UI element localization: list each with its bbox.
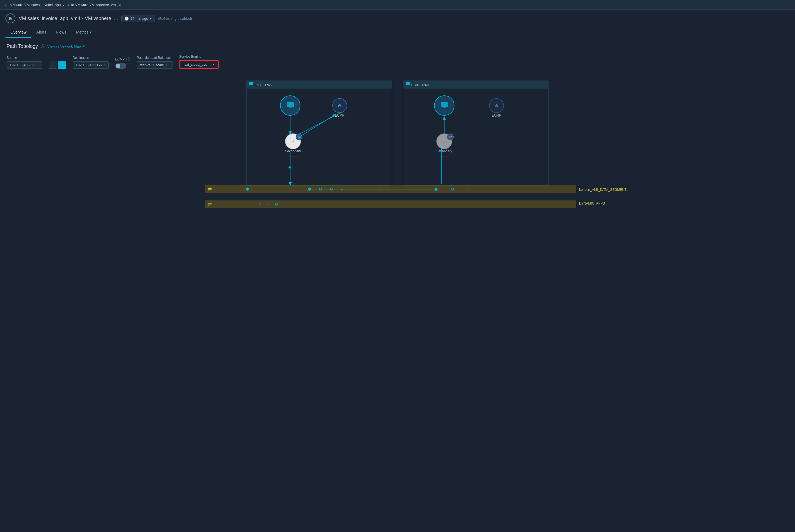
svg-text:ECMP: ECMP [492,114,501,117]
source-label: Source [6,56,42,60]
nav-tabs: Overview Alerts Flows Metrics ▾ [5,27,790,38]
destination-dropdown[interactable]: 192.168.100.177 ▾ [73,61,109,69]
service-engine-box: nsxt_cloud_ove… ▾ [179,60,219,69]
svg-text:London_ALB_DATA_SEGMENT: London_ALB_DATA_SEGMENT [579,188,627,192]
ecmp-toggle[interactable] [115,63,126,69]
svg-line-60 [298,113,340,134]
direction-buttons: ← → [49,61,66,69]
svg-text:→: → [340,187,344,192]
svg-line-61 [301,115,334,136]
svg-text:⇌: ⇌ [208,186,212,192]
header: 🖥 VM sales_invoice_app_vm4 - VM vsphere_… [0,10,795,38]
svg-text:ESXi_TN-2: ESXi_TN-2 [255,83,272,87]
svg-text:⇄: ⇄ [443,139,446,144]
tab-metrics[interactable]: Metrics ▾ [71,27,96,38]
vm-icon: 🖥 [5,14,15,23]
svg-text:ECMP: ECMP [335,114,345,117]
path-via-lb-dropdown[interactable]: test-vs-l7-scale ▾ [137,61,172,69]
source-control: Source 192.168.40.23 ▾ [6,56,42,69]
main-content: Path Topology ⓘ View in Network Map ↗ So… [0,38,795,225]
notification-text: VMware VM 'sales_invoice_app_vm4' to VMw… [10,3,123,7]
se-chevron-icon: ▾ [212,63,214,66]
svg-text:ESXi_TN-3: ESXi_TN-3 [411,83,429,87]
svg-text:✦: ✦ [288,165,292,170]
destination-chevron-icon: ▾ [104,63,106,66]
svg-text:Secondary: Secondary [285,149,301,153]
service-engine-dropdown[interactable]: nsxt_cloud_ove… ▾ [182,62,216,66]
path-via-lb-value: test-vs-l7-scale [140,63,164,67]
section-title: Path Topology [6,43,38,49]
topology-diagram: ESXi_TN-2 ESXi_TN-3 ❄ ECMP ⇄ [6,75,789,219]
destination-value: 192.168.100.177 [76,63,103,67]
view-network-label: View in Network Map [47,44,81,49]
tab-alerts[interactable]: Alerts [31,27,51,38]
check-icon: ✓ [4,2,8,7]
svg-rect-0 [246,81,392,185]
svg-text:⇄: ⇄ [291,139,295,144]
section-header: Path Topology ⓘ View in Network Map ↗ [6,43,789,49]
svg-text:❄: ❄ [338,103,342,109]
svg-rect-26 [441,102,448,107]
svg-text:+2: +2 [449,135,452,138]
path-via-lb-label: Path via Load Balancer [137,56,172,60]
tab-flows[interactable]: Flows [51,27,71,38]
destination-label: Destination [73,56,109,60]
destination-control: Destination 192.168.100.177 ▾ [73,56,109,69]
svg-text:❄: ❄ [495,103,499,109]
svg-point-42 [246,188,249,191]
external-link-icon: ↗ [82,44,85,49]
service-engine-control: Service Engine nsxt_cloud_ove… ▾ [179,55,219,69]
svg-text:+3: +3 [297,135,301,138]
svg-rect-11 [286,102,294,107]
page-title: VM sales_invoice_app_vm4 - VM vsphere_..… [19,16,118,21]
tab-overview[interactable]: Overview [5,27,31,38]
svg-rect-52 [205,201,576,208]
path-via-lb-control: Path via Load Balancer test-vs-l7-scale … [137,56,172,69]
topology-svg: ESXi_TN-2 ESXi_TN-3 ❄ ECMP ⇄ [6,75,789,218]
controls-row: Source 192.168.40.23 ▾ ← → Destination 1… [6,55,789,69]
lb-chevron-icon: ▾ [166,63,167,66]
ecmp-info-icon[interactable]: ⓘ [126,57,130,62]
svg-rect-3 [249,82,253,85]
svg-text:DYNAMIC_APPS: DYNAMIC_APPS [579,202,605,205]
service-engine-label: Service Engine [179,55,219,59]
svg-rect-27 [443,107,446,108]
svg-rect-8 [406,82,410,85]
svg-text:Secondary: Secondary [436,149,452,153]
svg-text:→: → [265,202,269,207]
notification-bar: ✓ VMware VM 'sales_invoice_app_vm4' to V… [0,0,795,10]
ecmp-control: ECMP ⓘ [115,57,130,69]
view-network-map-link[interactable]: View in Network Map ↗ [47,44,85,49]
time-label: 12 min ago [130,17,148,21]
direction-forward-button[interactable]: → [58,61,66,69]
chevron-down-icon: ▾ [150,17,152,21]
refreshing-status: (Refreshing disabled) [158,17,192,21]
ecmp-label: ECMP [115,57,125,61]
source-chevron-icon: ▾ [34,63,36,66]
info-icon[interactable]: ⓘ [41,44,44,49]
service-engine-value: nsxt_cloud_ove… [182,62,211,66]
svg-text:⇌: ⇌ [208,202,212,207]
svg-rect-12 [289,107,292,108]
direction-back-button[interactable]: ← [49,61,57,69]
clock-icon: 🕐 [124,17,129,21]
source-dropdown[interactable]: 192.168.40.23 ▾ [6,61,42,69]
svg-rect-5 [403,81,549,185]
source-value: 192.168.40.23 [10,63,33,67]
time-badge[interactable]: 🕐 12 min ago ▾ [121,15,154,22]
direction-control: ← → [49,61,66,69]
